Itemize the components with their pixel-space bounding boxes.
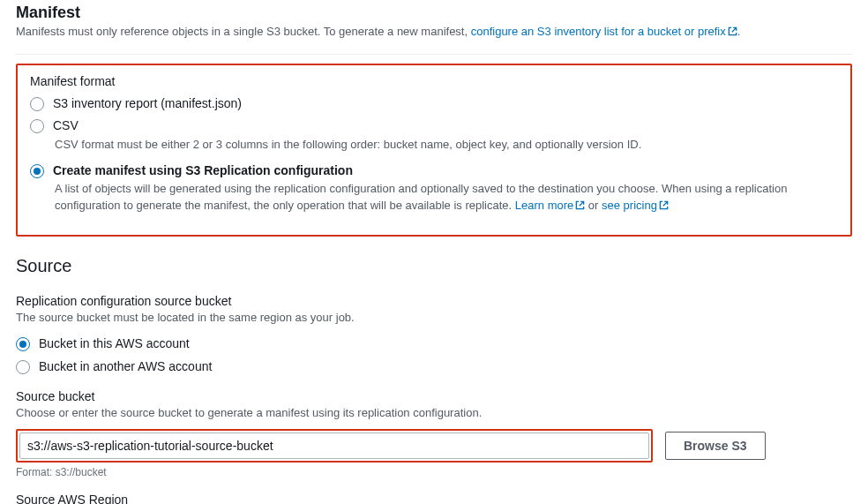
radio-icon xyxy=(30,97,44,111)
replication-hint: A list of objects will be generated usin… xyxy=(55,181,838,215)
manifest-format-highlight-box: Manifest format S3 inventory report (man… xyxy=(16,64,852,237)
radio-bucket-other-account[interactable]: Bucket in another AWS account xyxy=(16,358,852,376)
source-bucket-highlight-box xyxy=(16,429,653,463)
external-link-icon xyxy=(575,199,585,215)
external-link-icon xyxy=(659,199,669,215)
radio-icon xyxy=(30,119,44,133)
manifest-heading: Manifest xyxy=(16,4,852,22)
manifest-description: Manifests must only reference objects in… xyxy=(16,24,852,41)
radio-label: Bucket in this AWS account xyxy=(39,335,190,353)
configure-inventory-link[interactable]: configure an S3 inventory list for a buc… xyxy=(471,25,737,38)
radio-bucket-this-account[interactable]: Bucket in this AWS account xyxy=(16,335,852,353)
source-bucket-hint: Choose or enter the source bucket to gen… xyxy=(16,405,852,422)
see-pricing-link[interactable]: see pricing xyxy=(602,199,669,212)
radio-icon xyxy=(16,360,30,374)
rep-source-bucket-hint: The source bucket must be located in the… xyxy=(16,310,852,327)
radio-label: CSV xyxy=(53,117,79,135)
browse-s3-button[interactable]: Browse S3 xyxy=(665,432,766,460)
external-link-icon xyxy=(728,25,737,41)
radio-replication-config[interactable]: Create manifest using S3 Replication con… xyxy=(30,162,838,180)
rep-source-bucket-label: Replication configuration source bucket xyxy=(16,294,852,308)
source-bucket-label: Source bucket xyxy=(16,389,852,403)
radio-icon xyxy=(30,164,44,178)
learn-more-link[interactable]: Learn more xyxy=(515,199,585,212)
source-heading: Source xyxy=(16,256,852,276)
divider xyxy=(16,54,852,55)
radio-label: Bucket in another AWS account xyxy=(39,358,212,376)
radio-label: S3 inventory report (manifest.json) xyxy=(53,95,242,113)
radio-label: Create manifest using S3 Replication con… xyxy=(53,162,353,180)
manifest-format-label: Manifest format xyxy=(30,74,838,88)
format-note: Format: s3://bucket xyxy=(16,466,852,478)
radio-csv[interactable]: CSV xyxy=(30,117,838,135)
source-bucket-input[interactable] xyxy=(19,433,649,459)
radio-icon xyxy=(16,337,30,351)
source-region-label: Source AWS Region xyxy=(16,493,852,504)
radio-s3-inventory[interactable]: S3 inventory report (manifest.json) xyxy=(30,95,838,113)
csv-hint: CSV format must be either 2 or 3 columns… xyxy=(55,137,838,154)
